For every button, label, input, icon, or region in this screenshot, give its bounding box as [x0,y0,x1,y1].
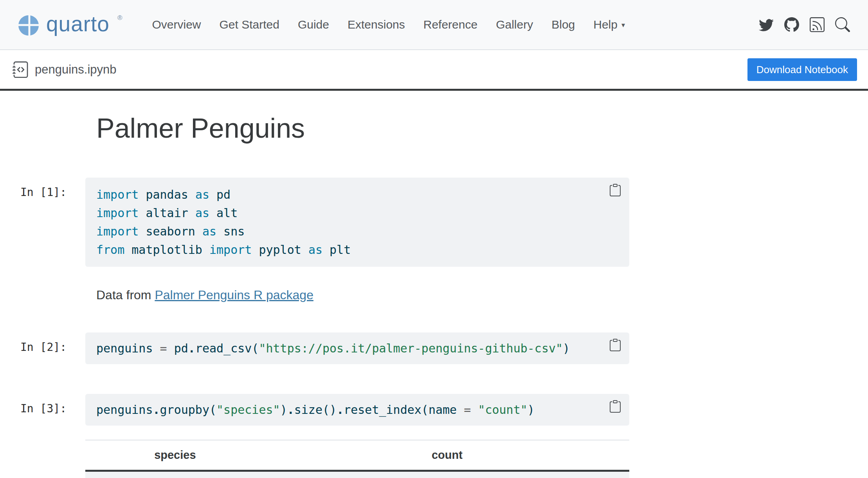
column-header-count: count [265,440,629,471]
clipboard-icon [609,339,621,351]
copy-code-button[interactable] [607,337,623,354]
navbar-menu: OverviewGet StartedGuideExtensionsRefere… [152,18,625,31]
code-block: penguins = pd.read_csv("https://pos.it/p… [96,339,602,358]
code-block: import pandas as pd import altair as alt… [96,185,602,259]
quarto-logo[interactable]: quarto ® [18,13,121,36]
code-cell: In [3]: penguins.groupby("species").size… [85,394,629,426]
search-icon[interactable] [835,17,850,32]
github-icon[interactable] [784,17,799,32]
nav-item-reference[interactable]: Reference [423,18,477,31]
clipboard-icon [609,400,621,413]
page-title: Palmer Penguins [96,114,629,143]
rss-icon[interactable] [810,17,825,32]
notebook-header-bar: penguins.ipynb Download Notebook [0,50,868,91]
palmer-penguins-link[interactable]: Palmer Penguins R package [155,288,313,302]
quarto-logo-text: quarto [46,13,110,35]
notebook-filename: penguins.ipynb [35,63,117,77]
nav-item-extensions[interactable]: Extensions [348,18,405,31]
copy-code-button[interactable] [607,182,623,199]
copy-code-button[interactable] [607,399,623,415]
output-table: speciescount [85,440,629,478]
nav-item-get-started[interactable]: Get Started [220,18,279,31]
code-cell: In [1]: import pandas as pd import altai… [85,178,629,267]
output-table-container: speciescount [85,440,629,478]
registered-mark: ® [117,14,122,22]
cell-execution-label: In [1]: [20,186,67,199]
quarto-logo-icon [18,15,39,36]
data-source-paragraph: Data from Palmer Penguins R package [96,287,629,303]
journal-code-icon [13,61,29,78]
chevron-down-icon: ▾ [621,21,625,29]
table-body [85,471,629,478]
download-notebook-button[interactable]: Download Notebook [747,58,857,81]
code-cell: In [2]: penguins = pd.read_csv("https://… [85,332,629,364]
code-block: penguins.groupby("species").size().reset… [96,401,602,419]
notebook-content: Palmer Penguins In [1]: import pandas as… [85,114,629,478]
cell-execution-label: In [2]: [20,341,67,354]
twitter-icon[interactable] [759,17,774,32]
nav-item-help[interactable]: Help▾ [593,18,625,31]
navbar-icons [759,17,850,32]
nav-item-overview[interactable]: Overview [152,18,201,31]
top-navbar: quarto ® OverviewGet StartedGuideExtensi… [0,0,868,50]
column-header-species: species [85,440,265,471]
paragraph-text: Data from [96,288,155,302]
nav-item-blog[interactable]: Blog [551,18,575,31]
table-header-row: speciescount [85,440,629,471]
cell-execution-label: In [3]: [20,402,67,415]
clipboard-icon [609,184,621,196]
table-row [85,471,629,478]
nav-item-guide[interactable]: Guide [298,18,329,31]
notebook-file: penguins.ipynb [13,61,117,78]
nav-item-gallery[interactable]: Gallery [496,18,533,31]
